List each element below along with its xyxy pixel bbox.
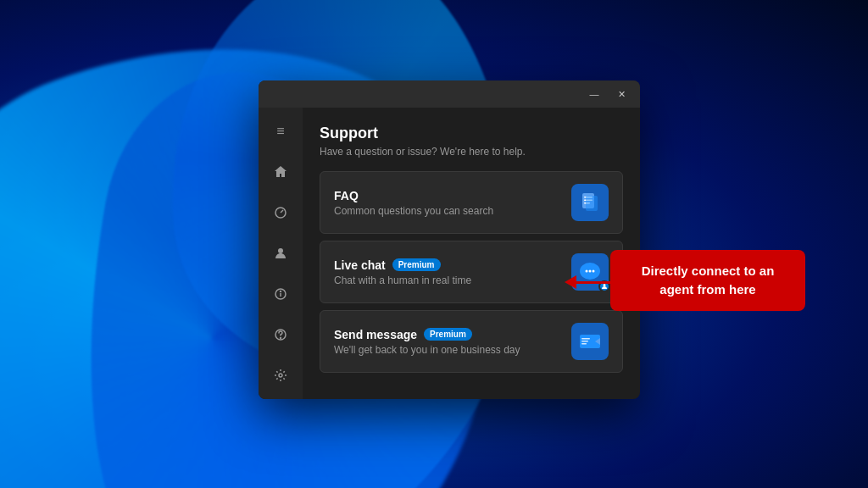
send-message-card-text: Send message Premium We'll get back to y… <box>334 328 561 356</box>
live-chat-label: Live chat <box>334 258 386 272</box>
live-chat-card-text: Live chat Premium Chat with a human in r… <box>334 258 561 286</box>
svg-point-4 <box>281 291 281 292</box>
arrow-head-icon <box>565 275 576 289</box>
svg-point-6 <box>281 338 281 339</box>
home-icon[interactable] <box>267 158 294 186</box>
question-icon[interactable] <box>267 321 294 348</box>
svg-point-7 <box>279 374 282 377</box>
send-message-card[interactable]: Send message Premium We'll get back to y… <box>320 310 623 373</box>
live-chat-card-desc: Chat with a human in real time <box>334 274 561 286</box>
window-body: ≡ <box>259 108 640 399</box>
send-message-card-desc: We'll get back to you in one business da… <box>334 344 561 356</box>
svg-point-16 <box>593 270 595 273</box>
send-message-card-title: Send message Premium <box>334 328 561 341</box>
faq-card-desc: Common questions you can search <box>334 205 561 217</box>
send-message-premium-badge: Premium <box>424 328 472 341</box>
faq-icon <box>571 184 609 221</box>
faq-card-title: FAQ <box>334 189 561 202</box>
svg-rect-19 <box>581 338 590 340</box>
svg-rect-21 <box>581 343 587 345</box>
live-chat-premium-badge: Premium <box>392 258 441 271</box>
title-bar: — ✕ <box>259 80 640 108</box>
page-title: Support <box>320 125 623 142</box>
svg-point-15 <box>589 270 592 273</box>
live-chat-card-title: Live chat Premium <box>334 258 561 272</box>
app-window: — ✕ ≡ <box>259 80 640 399</box>
content-area: Support Have a question or issue? We're … <box>303 108 640 399</box>
settings-icon[interactable] <box>267 362 294 389</box>
annotation-box: Directly connect to an agent from here <box>610 250 805 311</box>
speed-icon[interactable] <box>267 199 294 226</box>
faq-card-text: FAQ Common questions you can search <box>334 189 561 217</box>
svg-rect-20 <box>581 341 588 342</box>
page-subtitle: Have a question or issue? We're here to … <box>320 146 623 158</box>
live-chat-card[interactable]: Live chat Premium Chat with a human in r… <box>320 241 623 303</box>
send-message-label: Send message <box>334 328 417 341</box>
minimize-button[interactable]: — <box>582 86 606 103</box>
sidebar: ≡ <box>259 108 303 399</box>
svg-point-14 <box>586 270 588 273</box>
faq-card[interactable]: FAQ Common questions you can search <box>320 171 623 234</box>
svg-point-1 <box>278 248 283 253</box>
hamburger-icon[interactable]: ≡ <box>267 118 294 145</box>
close-button[interactable]: ✕ <box>609 86 633 103</box>
info-icon[interactable] <box>267 280 294 308</box>
user-icon[interactable] <box>267 240 294 267</box>
svg-rect-12 <box>586 196 598 211</box>
send-message-icon <box>571 323 609 360</box>
